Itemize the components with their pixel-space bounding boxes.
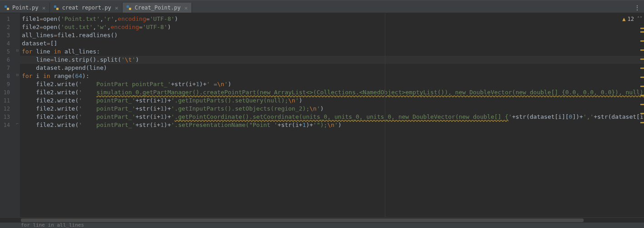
code-line-1[interactable]: file1=open('Point.txt','r',encoding='UTF… <box>20 15 644 23</box>
svg-rect-1 <box>7 8 9 10</box>
warning-marker[interactable] <box>640 113 644 114</box>
right-margin-guide <box>385 13 385 217</box>
close-icon[interactable]: × <box>115 5 118 11</box>
svg-rect-5 <box>129 8 131 10</box>
tab-menu-icon[interactable]: ⋮ <box>630 4 644 11</box>
warning-marker[interactable] <box>640 77 644 78</box>
code-line-13[interactable]: file2.write(' pointPart_'+str(i+1)+'.get… <box>20 113 644 121</box>
close-icon[interactable]: × <box>42 5 46 11</box>
tab-creat-point-py[interactable]: Creat_Point.py × <box>123 3 192 13</box>
fold-icon[interactable]: ⊟ <box>15 49 19 53</box>
code-line-9[interactable]: file2.write(' PointPart pointPart_'+str(… <box>20 80 644 88</box>
code-line-6[interactable]: line=line.strip().split('\t') <box>20 56 644 64</box>
warning-marker[interactable] <box>640 40 644 42</box>
fold-end-icon[interactable]: ⌐ <box>15 122 19 126</box>
line-number: 4 <box>0 39 20 48</box>
warning-marker[interactable] <box>640 31 644 33</box>
warning-icon: ▲ <box>622 16 625 22</box>
line-number: 8⊟ <box>0 72 20 80</box>
warning-marker[interactable] <box>640 104 644 105</box>
line-number: 13 <box>0 113 20 121</box>
code-line-5[interactable]: for line in all_lines: <box>20 48 644 56</box>
line-number: 5⊟ <box>0 48 20 56</box>
warning-marker[interactable] <box>640 28 644 29</box>
line-number: 12 <box>0 105 20 113</box>
inspections-widget[interactable]: ▲ 12 <box>622 16 634 22</box>
python-file-icon <box>126 5 133 11</box>
horizontal-scrollbar[interactable] <box>0 217 644 223</box>
code-editor[interactable]: 1 2 3 4 5⊟ 6 7 8⊟ 9 10 11 12 13 14⌐ file… <box>0 13 644 217</box>
editor-tab-bar: Point.py × creat report.py × Creat_Point… <box>0 3 644 13</box>
breadcrumb-text: for line in all_lines <box>21 222 84 228</box>
line-number: 11 <box>0 97 20 105</box>
line-number: 7 <box>0 64 20 72</box>
line-number: 14⌐ <box>0 121 20 129</box>
nav-up-icon[interactable]: ˄ <box>637 16 639 21</box>
svg-rect-4 <box>127 5 129 8</box>
fold-icon[interactable]: ⊟ <box>15 73 19 77</box>
code-content[interactable]: file1=open('Point.txt','r',encoding='UTF… <box>20 13 644 217</box>
tab-label: creat report.py <box>62 5 111 11</box>
tab-creat-report-py[interactable]: creat report.py × <box>50 3 123 13</box>
tab-label: Point.py <box>12 5 39 11</box>
line-number: 10 <box>0 88 20 97</box>
warning-marker[interactable] <box>640 49 644 51</box>
tab-point-py[interactable]: Point.py × <box>0 3 50 13</box>
warning-marker[interactable] <box>640 68 644 69</box>
warning-marker[interactable] <box>640 122 644 123</box>
code-line-7[interactable]: dataset.append(line) <box>20 64 644 72</box>
code-line-4[interactable]: dataset=[] <box>20 39 644 48</box>
breadcrumb-bar: for line in all_lines <box>0 223 644 228</box>
error-stripe[interactable] <box>639 27 644 204</box>
scrollbar-thumb[interactable] <box>21 218 584 222</box>
warning-marker[interactable] <box>640 95 644 96</box>
line-number-gutter: 1 2 3 4 5⊟ 6 7 8⊟ 9 10 11 12 13 14⌐ <box>0 13 20 217</box>
close-icon[interactable]: × <box>184 5 188 11</box>
line-number: 9 <box>0 80 20 88</box>
line-number: 2 <box>0 23 20 31</box>
line-number: 1 <box>0 15 20 23</box>
code-line-14[interactable]: file2.write(' pointPart_'+str(i+1)+'.set… <box>20 121 644 129</box>
code-line-10[interactable]: file2.write(' simulation_0.getPartManage… <box>20 88 644 97</box>
line-number: 3 <box>0 31 20 39</box>
code-line-3[interactable]: all_lines=file1.readlines() <box>20 31 644 39</box>
code-line-8[interactable]: for i in range(64): <box>20 72 644 80</box>
warning-marker[interactable] <box>640 86 644 87</box>
python-file-icon <box>54 5 60 11</box>
svg-rect-2 <box>54 5 56 8</box>
python-file-icon <box>4 5 10 11</box>
warning-count: 12 <box>628 16 634 22</box>
warning-marker[interactable] <box>640 58 644 60</box>
code-line-2[interactable]: file2=open('out.txt','w',encoding='UTF-8… <box>20 23 644 31</box>
svg-rect-0 <box>5 5 7 8</box>
code-line-12[interactable]: file2.write(' pointPart_'+str(i+1)+'.get… <box>20 105 644 113</box>
line-number: 6 <box>0 56 20 64</box>
tab-label: Creat_Point.py <box>135 5 181 11</box>
svg-rect-3 <box>56 8 59 10</box>
code-line-11[interactable]: file2.write(' pointPart_'+str(i+1)+'.get… <box>20 97 644 105</box>
nav-down-icon[interactable]: ˅ <box>640 16 642 21</box>
